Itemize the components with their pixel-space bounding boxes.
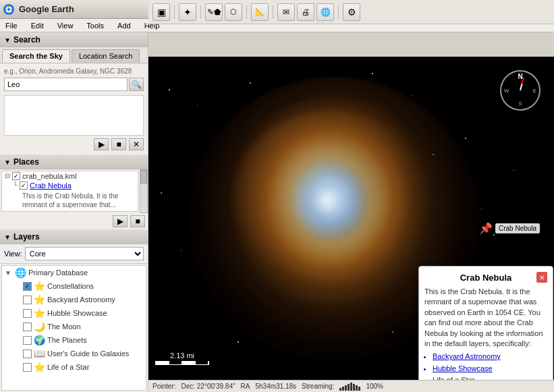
popup-list-item-hubble[interactable]: Hubble Showcase: [433, 364, 547, 374]
info-popup: Crab Nebula ✕ This is the Crab Nebula. I…: [418, 266, 553, 380]
moon-checkbox[interactable]: [23, 323, 32, 331]
menu-add[interactable]: Add: [115, 21, 134, 30]
nebula-core: [260, 144, 395, 269]
toolbar-separator-5: [338, 5, 339, 19]
compass-circle: N S W E: [500, 70, 541, 111]
life-star-checkbox[interactable]: [23, 363, 32, 372]
crab-nebula-label[interactable]: Crab Nebula: [30, 181, 72, 190]
ruler-button[interactable]: 📐: [251, 3, 269, 21]
backyard-icon: ⭐: [34, 294, 45, 305]
places-tree: ⊟ ✓ crab_nebula.kml └ ✓ Crab Nebula This…: [1, 171, 138, 212]
svg-point-2: [7, 8, 10, 11]
planets-checkbox[interactable]: [23, 336, 32, 345]
clear-button[interactable]: ✕: [129, 138, 144, 150]
kml-expand-icon[interactable]: ⊟: [5, 172, 10, 179]
popup-list-item-lifestar: Life of a Star: [433, 375, 547, 380]
places-play-button[interactable]: ▶: [113, 215, 128, 227]
search-section: ▼ Search Search the Sky Location Search …: [0, 32, 148, 155]
popup-list-item-backyard[interactable]: Backyard Astronomy: [433, 352, 547, 362]
scale-distance: 2.13 mi: [170, 352, 194, 360]
search-section-label: Search: [13, 35, 40, 45]
backyard-checkbox[interactable]: [23, 296, 32, 304]
compass-south-label: S: [518, 101, 522, 107]
hubble-label: Hubble Showcase: [47, 309, 107, 317]
popup-header: Crab Nebula ✕: [424, 272, 547, 283]
search-input-row: 🔍: [4, 78, 144, 91]
print-button[interactable]: 🖨: [297, 3, 314, 21]
pointer-label: Pointer:: [153, 383, 175, 390]
primary-db-expand[interactable]: ▼: [5, 269, 13, 277]
places-section-header[interactable]: ▼ Places: [0, 155, 148, 169]
hubble-icon: ⭐: [34, 308, 45, 318]
app-icon: [3, 3, 15, 16]
settings-button[interactable]: ⚙: [343, 3, 360, 21]
menu-file[interactable]: File: [3, 21, 20, 30]
stream-bar-6: [353, 384, 355, 391]
compass-west-label: W: [504, 88, 509, 94]
email-button[interactable]: ✉: [277, 3, 295, 21]
web-button[interactable]: 🌐: [316, 3, 334, 21]
toolbar-separator-2: [200, 5, 201, 19]
layer-primary-db: ▼ 🌐 Primary Database: [2, 266, 146, 279]
view-select[interactable]: Core All: [25, 247, 144, 260]
streaming-label: Streaming:: [302, 383, 334, 390]
places-item-crab: └ ✓ Crab Nebula: [2, 181, 138, 190]
moon-label: The Moon: [47, 323, 81, 331]
draw-button[interactable]: ✎⬟: [205, 3, 223, 21]
layers-section-header[interactable]: ▼ Layers: [0, 229, 148, 244]
constellations-checkbox[interactable]: ✓: [23, 282, 32, 291]
layers-view-row: View: Core All: [0, 244, 148, 264]
map-area[interactable]: N S W E 📌 Crab Nebula Crab Nebula ✕ This…: [148, 57, 554, 380]
toolbar-separator-1: [174, 5, 175, 19]
places-scrollbar[interactable]: [140, 169, 148, 213]
hubble-checkbox[interactable]: [23, 309, 32, 318]
stream-bar-7: [356, 385, 358, 391]
backyard-label: Backyard Astronomy: [47, 296, 115, 304]
kml-file-label[interactable]: crab_nebula.kml: [22, 172, 77, 180]
toolbar-separator-4: [273, 5, 273, 19]
stream-bar-1: [339, 388, 341, 391]
placemark-crab-nebula[interactable]: 📌 Crab Nebula: [479, 222, 540, 235]
kml-checkbox[interactable]: ✓: [12, 172, 20, 180]
search-controls: ▶ ■ ✕: [4, 138, 144, 150]
ra-value: 5h34m31.18s: [255, 383, 296, 390]
left-panel: ▼ Search Search the Sky Location Search …: [0, 32, 148, 392]
sidebar-toggle-button[interactable]: ▣: [153, 3, 170, 21]
stream-bar-3: [345, 385, 347, 391]
search-results: [4, 95, 144, 136]
layer-guide: 📖 User's Guide to Galaxies: [2, 347, 146, 360]
layers-section: ▼ Layers View: Core All ▼ 🌐 Primary Data…: [0, 229, 148, 392]
layer-hubble: ⭐ Hubble Showcase: [2, 306, 146, 320]
play-button[interactable]: ▶: [94, 138, 109, 150]
menu-view[interactable]: View: [55, 21, 76, 30]
tab-location-search[interactable]: Location Search: [72, 49, 140, 63]
menu-edit[interactable]: Edit: [28, 21, 47, 30]
search-content: e.g., Orion, Andromeda Galaxy, NGC 3628 …: [0, 63, 148, 155]
stream-bar-5: [350, 383, 352, 391]
constellations-label: Constellations: [47, 282, 94, 290]
layer-moon: 🌙 The Moon: [2, 320, 146, 333]
search-button[interactable]: 🔍: [129, 78, 144, 91]
status-bar: Pointer: Dec: 22°00'39.84" RA 5h34m31.18…: [148, 380, 554, 392]
crab-expand-icon[interactable]: └: [13, 181, 18, 189]
sun-button[interactable]: ✦: [179, 3, 196, 21]
layer-backyard-astronomy: ⭐ Backyard Astronomy: [2, 293, 146, 306]
measure-button[interactable]: ⬡: [225, 3, 242, 21]
stop-button[interactable]: ■: [111, 138, 126, 150]
places-scroll-thumb[interactable]: [140, 170, 147, 184]
search-input[interactable]: [4, 78, 128, 91]
menu-tools[interactable]: Tools: [84, 21, 107, 30]
places-item-kml: ⊟ ✓ crab_nebula.kml: [2, 171, 138, 181]
ra-label: RA: [241, 383, 250, 390]
guide-checkbox[interactable]: [23, 349, 32, 358]
search-section-header[interactable]: ▼ Search: [0, 32, 148, 47]
crab-checkbox[interactable]: ✓: [20, 181, 28, 190]
tab-search-sky[interactable]: Search the Sky: [2, 49, 70, 63]
places-section: ▼ Places ⊟ ✓ crab_nebula.kml └ ✓ Crab Ne…: [0, 155, 148, 229]
zoom-level: 100%: [366, 383, 383, 390]
places-stop-button[interactable]: ■: [130, 215, 145, 227]
pointer-coords: Dec: 22°00'39.84": [181, 383, 235, 390]
popup-close-button[interactable]: ✕: [536, 272, 547, 283]
layers-collapse-arrow: ▼: [4, 233, 11, 241]
scale-seg-1: [156, 361, 169, 364]
